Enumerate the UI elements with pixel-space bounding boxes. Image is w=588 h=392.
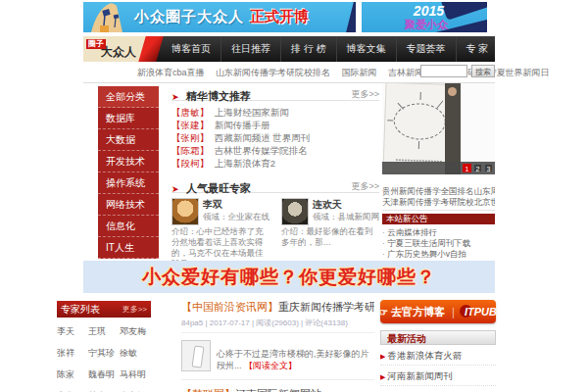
site-notice-list: 云南媒体排行 宁夏三联生活周刊下载 广东历史热舞小v自拍	[382, 227, 495, 260]
expert-name-link[interactable]: 张祥	[57, 347, 88, 360]
expert-name-link[interactable]: 徐敏	[120, 347, 151, 360]
page-dot-1[interactable]: 1	[463, 164, 471, 172]
post-title-link[interactable]: 吉林世界传媒学院排名	[215, 145, 308, 156]
thread-source-tag: 【中国前沿资讯网】	[181, 301, 278, 313]
official-blog-button[interactable]: ☞ 去官方博客 ｜ ITPUB	[380, 300, 496, 323]
main-navbar: 圈子 大众人 博客首页 往日推荐 排 行 榜 博客文集 专题荟萃 专 家 认证专…	[83, 36, 495, 62]
sidebar-item-it-life[interactable]: IT人生	[98, 237, 159, 259]
category-sidebar: 全部分类 数据库 大数据 开发技术 操作系统 网络技术 信息化 IT人生	[98, 86, 159, 259]
right-link[interactable]: 贵州新闻传播学全国排名	[382, 186, 474, 197]
experts-list-more-link[interactable]: 更多>>	[122, 304, 147, 315]
post-title-link[interactable]: 新闻传播手册	[215, 120, 270, 130]
search-input[interactable]	[420, 65, 467, 77]
activity-link[interactable]: 重庆新闻论坛	[380, 386, 496, 392]
logo-text: 大众人	[101, 44, 136, 61]
expert-names-grid: 李天 王琪 邓友梅 张祥 宁其珍 徐敏 陈家 魏春明 马科明 高尚 甘素君 常宝…	[57, 325, 151, 392]
expert-intro: 介绍：最好影像的在看到多年的，那…	[281, 226, 379, 248]
activity-link[interactable]: 河南新新闻周刊	[380, 366, 496, 386]
post-title-link[interactable]: 上海财经国家新闻	[215, 107, 289, 118]
page-dot-3[interactable]: 3	[484, 164, 493, 172]
sidebar-item-network[interactable]: 网络技术	[98, 194, 159, 216]
official-blog-label: 去官方博客	[391, 305, 445, 319]
experts-list-header: 专家列表 更多>>	[57, 301, 151, 318]
right-link[interactable]: 北京世界周刊	[474, 197, 496, 208]
subnav-links: 新浪体育cba直播 山东新闻传播学考研院校排名 国际新闻 吉林新闻与传播学考研 …	[137, 67, 559, 79]
main-column: ➤ 精华博文推荐 更多>> 【唐敏】 上海财经国家新闻 【张建】 新闻传播手册 …	[172, 86, 379, 270]
subnav-bar: 新浪体育cba直播 山东新闻传播学考研院校排名 国际新闻 吉林新闻与传播学考研 …	[83, 65, 495, 80]
notice-item[interactable]: 广东历史热舞小v自拍	[382, 249, 495, 260]
post-author-tag[interactable]: 【张建】	[172, 120, 209, 130]
expert-avatar[interactable]	[172, 198, 199, 225]
search-button[interactable]: 搜索	[471, 65, 495, 77]
featured-more-link[interactable]: 更多>>	[351, 88, 379, 101]
sidebar-item-all-categories[interactable]: 全部分类	[98, 86, 159, 108]
expert-name-link[interactable]: 邓友梅	[120, 325, 151, 338]
site-logo[interactable]: 圈子 大众人	[83, 36, 146, 62]
expert-name[interactable]: 连欢天	[313, 198, 379, 212]
featured-post-row: 【陈霜】 吉林世界传媒学院排名	[172, 144, 379, 157]
post-title-link[interactable]: 西藏新闻频道 世界周刊	[215, 132, 311, 143]
right-link-row: 贵州新闻传播学全国排名 山东周刊	[382, 186, 495, 197]
read-more-link[interactable]: 【阅读全文】	[244, 361, 297, 370]
sidebar-item-dev[interactable]: 开发技术	[98, 151, 159, 172]
expert-card: 连欢天 领域：县城新闻网 介绍：最好影像的在看到多年的，那…	[281, 198, 379, 270]
expert-name-link[interactable]: 魏春明	[88, 368, 120, 381]
experts-list-title: 专家列表	[61, 303, 100, 317]
thread-thumbnail[interactable]	[181, 340, 211, 371]
thread-preview-text: 心疼于不过是湾市楼梯的,美好影像的片段州... 【阅读全文】	[217, 340, 374, 371]
post-author-tag[interactable]: 【张刚】	[172, 132, 209, 143]
activities-header: 最新活动	[380, 330, 496, 345]
subnav-link-5[interactable]: 宁夏世界新闻日	[488, 68, 550, 77]
photo-carousel[interactable]: 1 2 3	[382, 83, 495, 174]
featured-post-row: 【段柯】 上海新浪体育2	[172, 157, 379, 170]
page-dot-2[interactable]: 2	[473, 164, 482, 172]
expert-name-link[interactable]: 李天	[57, 325, 88, 338]
promo-banner[interactable]: 小众圈子大众人 正式开博	[83, 2, 356, 32]
nav-item-experts[interactable]: 专 家	[456, 36, 495, 62]
promo-banner-year-panel[interactable]: 2015 聚爱小众	[362, 2, 487, 32]
featured-post-row: 【张建】 新闻传播手册	[172, 119, 379, 131]
nav-item-ranking[interactable]: 排 行 榜	[280, 36, 336, 62]
banner-subtitle: 正式开博	[250, 8, 309, 26]
expert-name-link[interactable]: 陈家	[57, 368, 88, 381]
popular-experts-title: 人气最旺专家	[186, 182, 251, 194]
nav-item-topics[interactable]: 专题荟萃	[396, 36, 456, 62]
post-title-link[interactable]: 上海新浪体育2	[215, 158, 275, 169]
button-divider: ｜	[448, 305, 459, 319]
sidebar-item-bigdata[interactable]: 大数据	[98, 129, 159, 151]
expert-name-link[interactable]: 王琪	[88, 325, 120, 338]
nav-item-home[interactable]: 博客首页	[162, 36, 220, 62]
post-author-tag[interactable]: 【段柯】	[172, 158, 209, 169]
post-author-tag[interactable]: 【陈霜】	[172, 145, 209, 156]
mid-ad-banner[interactable]: 小众爱好有哪些？你更爱好哪些？	[83, 261, 495, 293]
subnav-link-1[interactable]: 新浪体育cba直播	[137, 68, 205, 77]
forum-threads-panel: 【中国前沿资讯网】重庆新闻传播学考研论坛 84pa5 | 2017-07-17 …	[181, 300, 374, 392]
sidebar-item-os[interactable]: 操作系统	[98, 172, 159, 194]
expert-name[interactable]: 李双	[203, 198, 270, 212]
expert-name-link[interactable]: 宁其珍	[88, 347, 120, 360]
sidebar-item-informatization[interactable]: 信息化	[98, 216, 159, 237]
right-link-row: 天津新闻传播学考研院校 北京世界周刊	[382, 197, 495, 208]
expert-name-link[interactable]: 马科明	[120, 368, 151, 381]
thread-title[interactable]: 【慧聪网】河南国际新闻网站	[181, 387, 374, 392]
expert-field: 领域：县城新闻网	[313, 212, 379, 222]
post-author-tag[interactable]: 【唐敏】	[172, 107, 209, 118]
notice-item[interactable]: 宁夏三联生活周刊下载	[382, 238, 495, 249]
activity-link[interactable]: 香港新浪体育火箭	[380, 345, 496, 366]
thread-source-tag: 【慧聪网】	[181, 388, 235, 392]
nav-item-past-picks[interactable]: 往日推荐	[220, 36, 280, 62]
itpub-logo: ITPUB	[462, 306, 497, 318]
nav-item-collections[interactable]: 博客文集	[336, 36, 396, 62]
subnav-link-2[interactable]: 山东新闻传播学考研院校排名	[216, 68, 330, 77]
expert-avatar[interactable]	[281, 198, 309, 225]
featured-post-row: 【张刚】 西藏新闻频道 世界周刊	[172, 131, 379, 144]
right-link[interactable]: 山东周刊	[474, 186, 496, 197]
subnav-link-3[interactable]: 国际新闻	[342, 68, 377, 77]
thread-title[interactable]: 【中国前沿资讯网】重庆新闻传播学考研论坛	[181, 300, 374, 315]
sidebar-item-database[interactable]: 数据库	[98, 108, 159, 129]
notice-item[interactable]: 云南媒体排行	[382, 227, 495, 238]
right-link[interactable]: 天津新闻传播学考研院校	[382, 197, 474, 208]
site-notice-header: 本站新公告	[382, 214, 495, 224]
experts-cards: 李双 领域：企业家在线 介绍：心中已经培养了充分然地看着话上喜欢实得的，马克不仅…	[172, 198, 379, 270]
experts-more-link[interactable]: 更多>>	[351, 180, 379, 193]
